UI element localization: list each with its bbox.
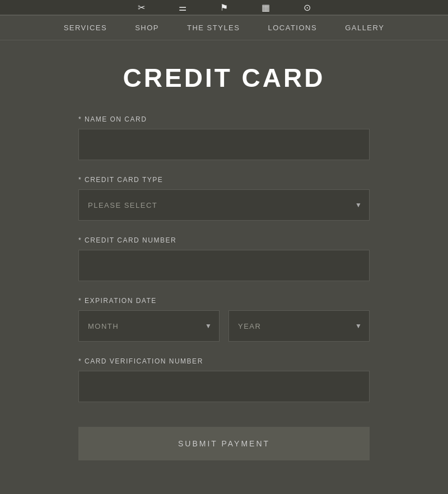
expiration-label: * EXPIRATION DATE [78,297,370,305]
cvv-group: * CARD VERIFICATION NUMBER [78,357,370,402]
expiration-group: * EXPIRATION DATE MONTH 01 02 03 04 05 0… [78,297,370,342]
name-on-card-input[interactable] [78,129,370,160]
top-icon-bar: ✂ ⚌ ⚑ ▦ ⊙ [0,0,448,16]
scissors-icon: ✂ [138,2,145,13]
card-number-group: * CREDIT CARD NUMBER [78,236,370,281]
month-select-wrapper: MONTH 01 02 03 04 05 06 07 08 09 10 11 1… [78,310,220,342]
main-nav: SERVICES SHOP THE STYLES LOCATIONS GALLE… [0,16,448,40]
name-on-card-group: * NAME ON CARD [78,115,370,160]
camera-icon: ⊙ [304,2,311,13]
nav-item-the-styles[interactable]: THE STYLES [187,24,240,32]
expiry-row: MONTH 01 02 03 04 05 06 07 08 09 10 11 1… [78,310,370,342]
year-select-wrapper: YEAR 2024 2025 2026 2027 2028 2029 2030 … [228,310,370,342]
month-select[interactable]: MONTH 01 02 03 04 05 06 07 08 09 10 11 1… [78,310,220,342]
credit-card-form: * NAME ON CARD * CREDIT CARD TYPE PLEASE… [78,115,370,460]
cvv-label: * CARD VERIFICATION NUMBER [78,357,370,365]
nav-item-services[interactable]: SERVICES [64,24,108,32]
nav-item-gallery[interactable]: GALLERY [345,24,384,32]
card-type-label: * CREDIT CARD TYPE [78,176,370,184]
clipper-icon: ▦ [262,2,270,13]
card-number-label: * CREDIT CARD NUMBER [78,236,370,244]
submit-payment-button[interactable]: SUBMIT PAYMENT [78,427,370,460]
cvv-input[interactable] [78,371,370,402]
card-number-input[interactable] [78,250,370,281]
year-select[interactable]: YEAR 2024 2025 2026 2027 2028 2029 2030 [228,310,370,342]
main-content: CREDIT CARD * NAME ON CARD * CREDIT CARD… [0,40,448,494]
page-title: CREDIT CARD [123,63,325,93]
comb-icon: ⚌ [179,2,186,13]
card-type-select[interactable]: PLEASE SELECT VISA MASTERCARD AMEX DISCO… [78,189,370,221]
card-type-group: * CREDIT CARD TYPE PLEASE SELECT VISA MA… [78,176,370,221]
name-on-card-label: * NAME ON CARD [78,115,370,123]
nav-item-locations[interactable]: LOCATIONS [268,24,317,32]
card-type-select-wrapper: PLEASE SELECT VISA MASTERCARD AMEX DISCO… [78,189,370,221]
nav-item-shop[interactable]: SHOP [135,24,159,32]
razor-icon: ⚑ [220,2,228,13]
